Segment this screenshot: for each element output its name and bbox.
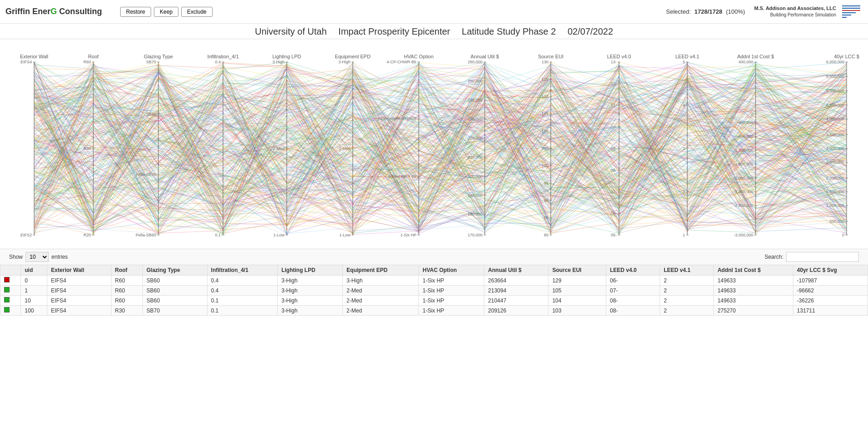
ms-addison-info: M.S. Addison and Associates, LLC Buildin…: [754, 5, 836, 18]
col-header-0[interactable]: uid: [21, 265, 47, 276]
svg-text:R60: R60: [83, 60, 91, 64]
table-cell-2-7: 1-Six HP: [419, 296, 484, 306]
ms-addison-logo: [840, 4, 863, 20]
table-cell-2-13: -36226: [793, 296, 868, 306]
data-table: uidExterior WallRoofGlazing TypeInfiltra…: [0, 265, 868, 316]
table-cell-2-4: 0.1: [207, 296, 278, 306]
svg-text:Source EUI: Source EUI: [538, 54, 563, 59]
show-label: Show: [9, 254, 23, 260]
table-controls: Show 10 25 50 100 entries Search:: [0, 249, 868, 265]
selected-label: Selected:: [666, 8, 690, 15]
svg-text:400,000: 400,000: [738, 60, 753, 64]
svg-text:Infiltration_4/1: Infiltration_4/1: [207, 54, 239, 59]
table-cell-2-2: R60: [111, 296, 142, 306]
table-cell-3-13: 131711: [793, 306, 868, 316]
exclude-button[interactable]: Exclude: [181, 7, 213, 17]
table-cell-3-8: 209126: [484, 306, 548, 316]
table-cell-0-2: R60: [111, 276, 142, 286]
col-header-1[interactable]: Exterior Wall: [47, 265, 111, 276]
restore-button[interactable]: Restore: [120, 7, 151, 17]
col-header-6[interactable]: Equipment EPD: [343, 265, 419, 276]
show-entries: Show 10 25 50 100 entries: [9, 252, 68, 262]
svg-text:170,000: 170,000: [467, 233, 482, 237]
svg-text:Glazing Type: Glazing Type: [144, 54, 173, 59]
table-row[interactable]: 100EIFS4R30SB700.13-High2-Med1-Six HP209…: [0, 306, 868, 316]
table-cell-0-10: 06-: [606, 276, 660, 286]
svg-text:Roof: Roof: [88, 54, 99, 59]
col-header-12[interactable]: Addnl 1st Cost $: [714, 265, 793, 276]
table-cell-1-12: 149633: [714, 286, 793, 296]
table-cell-3-7: 1-Six HP: [419, 306, 484, 316]
color-box: [4, 287, 10, 292]
col-header-5[interactable]: Lighting LPD: [278, 265, 343, 276]
table-cell-2-10: 08-: [606, 296, 660, 306]
col-header-9[interactable]: Source EUI: [548, 265, 606, 276]
svg-text:1-Low: 1-Low: [273, 233, 284, 237]
svg-text:Exterior Wall: Exterior Wall: [20, 54, 48, 59]
table-cell-2-0: 10: [21, 296, 47, 306]
header-buttons: Restore Keep Exclude: [120, 7, 213, 17]
table-cell-0-1: EIFS4: [47, 276, 111, 286]
company-name: M.S. Addison and Associates, LLC: [754, 5, 836, 12]
table-cell-3-3: SB70: [142, 306, 207, 316]
color-box: [4, 277, 10, 282]
table-cell-0-6: 3-High: [343, 276, 419, 286]
table-cell-0-12: 149633: [714, 276, 793, 286]
header: Griffin EnerG Consulting Restore Keep Ex…: [0, 0, 868, 24]
col-header-10[interactable]: LEED v4.0: [606, 265, 660, 276]
keep-button[interactable]: Keep: [154, 7, 178, 17]
table-container: uidExterior WallRoofGlazing TypeInfiltra…: [0, 265, 868, 316]
table-row[interactable]: 0EIFS4R60SB600.43-High3-High1-Six HP2636…: [0, 276, 868, 286]
entries-label: entries: [51, 254, 68, 260]
table-cell-2-6: 2-Med: [343, 296, 419, 306]
search-area: Search:: [765, 252, 859, 262]
table-cell-2-11: 2: [660, 296, 714, 306]
table-cell-1-4: 0.4: [207, 286, 278, 296]
col-header-4[interactable]: Infiltration_4/1: [207, 265, 278, 276]
table-cell-0-3: SB60: [142, 276, 207, 286]
svg-text:130: 130: [542, 60, 548, 64]
col-header-3[interactable]: Glazing Type: [142, 265, 207, 276]
table-row[interactable]: 10EIFS4R60SB600.13-High2-Med1-Six HP2104…: [0, 296, 868, 306]
parallel-coordinates-chart[interactable]: Exterior WallEIFS4EIFS2RoofR60R30R20Glaz…: [0, 39, 868, 249]
search-input[interactable]: [786, 252, 859, 262]
table-cell-2-12: 149633: [714, 296, 793, 306]
company-subtitle: Building Performance Simulation: [754, 12, 836, 18]
entries-select[interactable]: 10 25 50 100: [25, 252, 49, 262]
row-color-indicator: [0, 286, 21, 296]
selected-value: 1728/1728: [695, 8, 722, 15]
svg-text:1-Six HP: 1-Six HP: [400, 233, 416, 237]
subtitle-part2: Impact Prosperity Epicenter: [338, 26, 450, 36]
table-cell-1-5: 3-High: [278, 286, 343, 296]
svg-text:1-Low: 1-Low: [339, 233, 350, 237]
svg-text:LEED v4.1: LEED v4.1: [675, 54, 700, 59]
table-row[interactable]: 1EIFS4R60SB600.43-High2-Med1-Six HP21309…: [0, 286, 868, 296]
col-header-8[interactable]: Annual Util $: [484, 265, 548, 276]
table-cell-2-9: 104: [548, 296, 606, 306]
svg-text:Lighting LPD: Lighting LPD: [273, 54, 301, 59]
svg-text:3-High: 3-High: [338, 60, 350, 64]
parallel-coords-svg: Exterior WallEIFS4EIFS2RoofR60R30R20Glaz…: [0, 39, 868, 249]
table-body: 0EIFS4R60SB600.43-High3-High1-Six HP2636…: [0, 276, 868, 316]
subtitle: University of Utah Impact Prosperity Epi…: [0, 24, 868, 39]
table-cell-3-12: 275270: [714, 306, 793, 316]
table-cell-0-13: -107987: [793, 276, 868, 286]
svg-text:0: 0: [842, 233, 844, 237]
table-cell-2-5: 3-High: [278, 296, 343, 306]
table-cell-3-10: 08-: [606, 306, 660, 316]
svg-text:HVAC Option: HVAC Option: [404, 54, 433, 59]
logo-highlight: G: [51, 7, 57, 16]
table-cell-0-8: 263664: [484, 276, 548, 286]
col-header-13[interactable]: 40yr LCC $ Svg: [793, 265, 868, 276]
table-cell-3-5: 3-High: [278, 306, 343, 316]
col-header-11[interactable]: LEED v4.1: [660, 265, 714, 276]
col-header-7[interactable]: HVAC Option: [419, 265, 484, 276]
col-header-2[interactable]: Roof: [111, 265, 142, 276]
selected-pct: (100%): [726, 8, 745, 15]
svg-text:0.1: 0.1: [215, 233, 221, 237]
table-cell-1-13: -96662: [793, 286, 868, 296]
search-label: Search:: [765, 254, 783, 260]
table-cell-3-4: 0.1: [207, 306, 278, 316]
table-cell-1-9: 105: [548, 286, 606, 296]
table-cell-1-1: EIFS4: [47, 286, 111, 296]
